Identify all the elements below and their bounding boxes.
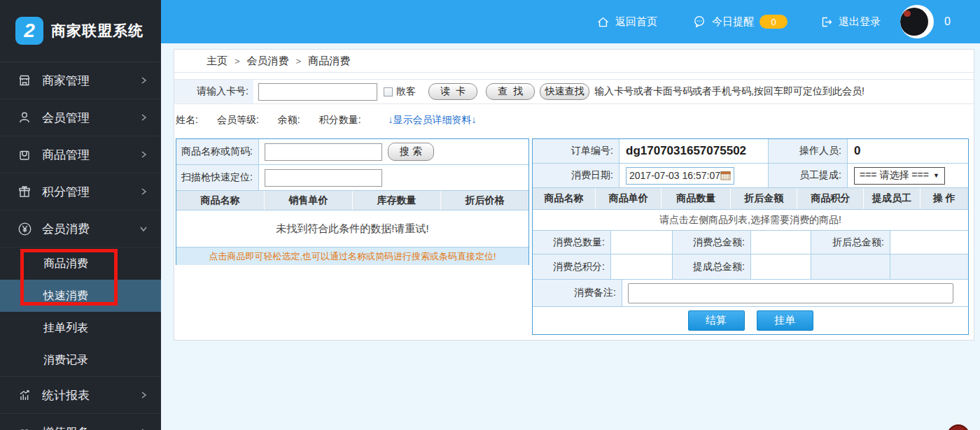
breadcrumb-separator: > <box>234 56 240 66</box>
settle-button[interactable]: 结算 <box>688 310 745 331</box>
chat-bubble-icon <box>692 15 706 29</box>
sidebar-item-points[interactable]: 积分管理 <box>0 173 161 210</box>
member-detail-link[interactable]: ↓显示会员详细资料↓ <box>388 114 477 127</box>
logout-label: 退出登录 <box>839 15 881 29</box>
commission-select[interactable]: === 请选择 === ▼ <box>854 167 945 185</box>
order-panel: 订单编号: dg1707031657075502 操作人员: 0 消费日期: 2… <box>532 138 969 335</box>
user-icon <box>17 110 32 125</box>
member-points-label: 积分数量: <box>319 114 361 127</box>
column-header: 折后价格 <box>441 191 528 210</box>
submenu-item-hold-list[interactable]: 挂单列表 <box>0 312 161 344</box>
product-name-label: 商品名称或简码: <box>176 139 259 164</box>
today-remind-link[interactable]: 今日提醒 0 <box>692 15 788 29</box>
logo-icon: 2 <box>15 17 43 45</box>
column-header: 商品数量 <box>662 188 731 209</box>
consume-date-input[interactable]: 2017-07-03 16:57:07 <box>626 167 734 185</box>
select-arrow-icon: ▼ <box>933 172 939 179</box>
empty-cell <box>811 255 890 279</box>
logout-link[interactable]: 退出登录 <box>820 15 881 29</box>
consume-date-value: 2017-07-03 16:57:07 <box>629 170 720 181</box>
sidebar-item-label: 统计报表 <box>42 387 139 403</box>
breadcrumb-separator: > <box>296 56 302 66</box>
sidebar-item-value-added[interactable]: 增值服务 <box>0 414 161 430</box>
submenu-item-product-consume[interactable]: 商品消费 <box>0 248 161 280</box>
product-panel: 商品名称或简码: 搜 索 扫描枪快速定位: 商品名称 销售单价 库存数量 折后价… <box>176 138 529 265</box>
yen-icon <box>17 221 32 236</box>
remark-row: 消费备注: <box>533 280 968 307</box>
hold-order-button[interactable]: 挂单 <box>757 310 813 331</box>
floating-service-bubble[interactable] <box>947 424 969 430</box>
app-logo: 2 商家联盟系统 <box>0 0 161 62</box>
sidebar-item-label: 会员消费 <box>42 221 139 237</box>
sidebar-item-member[interactable]: 会员管理 <box>0 99 161 136</box>
chevron-right-icon <box>139 390 148 400</box>
home-icon <box>596 15 610 29</box>
member-level-label: 会员等级: <box>217 114 259 127</box>
content-card: 主页 > 会员消费 > 商品消费 请输入卡号: 散客 读 卡 查 找 快速查找 … <box>174 49 974 341</box>
submenu-label: 快速消费 <box>43 289 88 303</box>
breadcrumb-home[interactable]: 主页 <box>206 55 227 68</box>
home-link[interactable]: 返回首页 <box>596 15 657 29</box>
member-balance-label: 余额: <box>278 114 300 127</box>
submenu-label: 消费记录 <box>43 353 88 368</box>
user-count: 0 <box>944 15 951 28</box>
bag-icon <box>17 147 32 162</box>
logout-icon <box>820 15 833 29</box>
commission-selected-value: === 请选择 === <box>860 169 929 182</box>
sidebar-item-merchant[interactable]: 商家管理 <box>0 62 161 99</box>
today-remind-label: 今日提醒 <box>712 15 754 29</box>
discount-total-value <box>890 231 968 254</box>
chevron-right-icon <box>139 187 148 196</box>
card-search-row: 请输入卡号: 散客 读 卡 查 找 快速查找 输入卡号或者卡面号码或者手机号码,… <box>174 79 974 104</box>
read-card-button[interactable]: 读 卡 <box>428 83 477 100</box>
commission-total-label: 提成总金额: <box>673 255 751 279</box>
column-header: 库存数量 <box>353 191 441 210</box>
order-table-header: 商品名称 商品单价 商品数量 折后金额 商品积分 提成员工 操 作 <box>533 188 968 210</box>
product-search-button[interactable]: 搜 索 <box>388 143 434 161</box>
column-header: 折后金额 <box>731 188 797 209</box>
gift-icon <box>17 184 32 199</box>
find-button[interactable]: 查 找 <box>486 83 535 100</box>
card-number-label: 请输入卡号: <box>174 80 253 103</box>
column-header: 商品单价 <box>596 188 662 209</box>
sidebar-item-consume[interactable]: 会员消费 <box>0 210 161 248</box>
column-header: 商品积分 <box>797 188 864 209</box>
commission-total-value <box>751 255 811 279</box>
scan-locate-label: 扫描枪快速定位: <box>176 165 259 190</box>
home-label: 返回首页 <box>615 15 657 29</box>
walkin-checkbox[interactable] <box>384 87 393 96</box>
submenu-item-consume-records[interactable]: 消费记录 <box>0 344 161 376</box>
breadcrumb-current: 商品消费 <box>308 55 350 68</box>
product-name-input[interactable] <box>265 143 382 161</box>
chevron-right-icon <box>139 427 148 430</box>
product-hint: 点击商品即可轻松选定,也可以通过名称或简码进行搜索或条码直接定位! <box>176 248 528 265</box>
empty-cell <box>890 255 968 279</box>
order-number-row: 订单编号: dg1707031657075502 操作人员: 0 <box>533 139 968 164</box>
order-empty-message: 请点击左侧商品列表,选择需要消费的商品! <box>533 210 968 231</box>
total-qty-label: 消费总数量: <box>533 231 611 254</box>
breadcrumb-consume[interactable]: 会员消费 <box>247 55 289 68</box>
column-header: 商品名称 <box>533 188 596 209</box>
product-empty-message: 未找到符合此条件的数据!请重试! <box>176 210 528 248</box>
sidebar-item-product[interactable]: 商品管理 <box>0 136 161 173</box>
sidebar-item-reports[interactable]: 统计报表 <box>0 377 161 414</box>
order-buttons-row: 结算 挂单 <box>533 307 968 334</box>
total-points-label: 消费总积分: <box>533 255 611 279</box>
scan-locate-input[interactable] <box>265 169 382 187</box>
quick-find-button[interactable]: 快速查找 <box>540 83 589 100</box>
column-header: 提成员工 <box>864 188 920 209</box>
card-number-input[interactable] <box>258 83 377 101</box>
commission-cell: === 请选择 === ▼ <box>848 164 968 187</box>
column-header: 操 作 <box>920 188 968 209</box>
total-points-value <box>611 255 673 279</box>
remark-input[interactable] <box>628 283 953 303</box>
avatar[interactable] <box>900 5 934 38</box>
chart-icon <box>17 387 32 403</box>
total-qty-value <box>611 231 673 254</box>
app-title: 商家联盟系统 <box>51 21 144 41</box>
topbar: 返回首页 今日提醒 0 退出登录 0 <box>161 0 980 43</box>
submenu-label: 挂单列表 <box>43 321 88 336</box>
submenu-item-quick-consume[interactable]: 快速消费 <box>0 280 161 312</box>
total-amount-label: 消费总金额: <box>673 231 751 254</box>
column-header: 销售单价 <box>265 191 353 210</box>
